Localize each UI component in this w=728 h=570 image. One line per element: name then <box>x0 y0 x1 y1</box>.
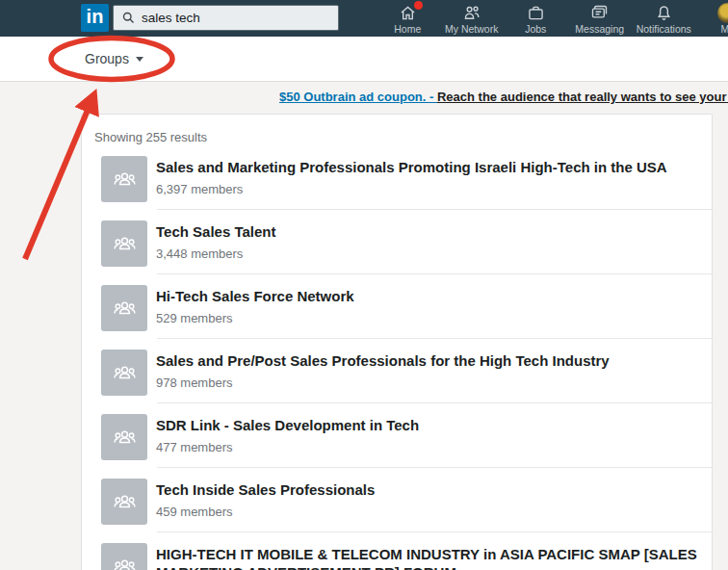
group-tile[interactable] <box>101 414 147 460</box>
group-result-row[interactable]: Sales and Pre/Post Sales Professionals f… <box>82 339 712 403</box>
nav-item-notifications[interactable]: Notifications <box>632 0 696 37</box>
group-result-row[interactable]: HIGH-TECH IT MOBILE & TELECOM INDUSTRY i… <box>82 532 712 570</box>
groups-filter-dropdown[interactable]: Groups <box>85 51 143 66</box>
group-info: Tech Sales Talent 3,448 members <box>156 220 276 261</box>
group-tile[interactable] <box>101 285 147 331</box>
people-icon <box>461 3 482 22</box>
ad-banner: $50 Outbrain ad coupon. - Reach the audi… <box>0 83 728 114</box>
group-info: Hi-Tech Sales Force Network 529 members <box>156 285 354 325</box>
nav-item-me[interactable]: Me <box>696 0 728 37</box>
group-members: 529 members <box>156 311 354 325</box>
group-tile[interactable] <box>101 220 147 267</box>
group-icon <box>112 425 138 451</box>
group-icon <box>112 167 138 193</box>
group-tile[interactable] <box>101 479 147 525</box>
group-title[interactable]: HIGH-TECH IT MOBILE & TELECOM INDUSTRY i… <box>156 545 698 570</box>
group-info: Sales and Marketing Professionals Promot… <box>156 156 667 196</box>
group-icon <box>112 231 138 257</box>
nav-label: Messaging <box>575 23 624 35</box>
search-box[interactable] <box>113 5 339 31</box>
group-info: SDR Link - Sales Development in Tech 477… <box>156 414 419 454</box>
linkedin-logo[interactable]: in <box>81 4 109 32</box>
briefcase-icon <box>526 3 546 22</box>
nav-item-home[interactable]: Home <box>376 0 440 37</box>
nav-label: Notifications <box>637 23 691 35</box>
group-members: 978 members <box>156 376 610 390</box>
group-icon <box>112 296 138 322</box>
nav-item-jobs[interactable]: Jobs <box>504 0 568 37</box>
ad-coupon-link[interactable]: $50 Outbrain ad coupon. - <box>279 90 437 104</box>
group-members: 477 members <box>156 440 419 454</box>
group-tile[interactable] <box>101 156 147 202</box>
nav-label: Home <box>394 23 421 35</box>
group-title[interactable]: Hi-Tech Sales Force Network <box>156 287 354 305</box>
group-info: HIGH-TECH IT MOBILE & TELECOM INDUSTRY i… <box>156 543 698 570</box>
group-members: 6,397 members <box>156 182 667 196</box>
group-info: Tech Inside Sales Professionals 459 memb… <box>156 479 375 519</box>
nav-label: Jobs <box>525 23 546 35</box>
nav-label: Me <box>720 23 728 35</box>
groups-dropdown-label: Groups <box>85 51 129 66</box>
avatar <box>717 3 728 22</box>
group-title[interactable]: Sales and Marketing Professionals Promot… <box>156 158 667 176</box>
group-result-row[interactable]: Tech Inside Sales Professionals 459 memb… <box>82 468 712 532</box>
group-members: 3,448 members <box>156 246 276 261</box>
group-result-row[interactable]: SDR Link - Sales Development in Tech 477… <box>82 403 712 468</box>
group-title[interactable]: Sales and Pre/Post Sales Professionals f… <box>156 351 610 370</box>
group-icon <box>112 489 138 515</box>
nav-label: My Network <box>445 23 498 35</box>
results-list: Sales and Marketing Professionals Promot… <box>82 145 712 570</box>
ad-banner-line: $50 Outbrain ad coupon. - Reach the audi… <box>279 90 728 104</box>
chevron-down-icon <box>136 57 143 62</box>
group-title[interactable]: Tech Inside Sales Professionals <box>156 480 375 499</box>
group-result-row[interactable]: Tech Sales Talent 3,448 members <box>82 210 712 274</box>
group-icon <box>112 554 138 570</box>
results-count: Showing 255 results <box>82 115 712 144</box>
search-input[interactable] <box>142 11 338 25</box>
nav-item-messaging[interactable]: Messaging <box>568 0 633 37</box>
group-title[interactable]: Tech Sales Talent <box>156 222 276 241</box>
nav-items: Home My Network Jobs <box>376 0 728 37</box>
bell-icon <box>654 3 674 22</box>
group-title[interactable]: SDR Link - Sales Development in Tech <box>156 416 419 434</box>
group-tile[interactable] <box>101 543 147 570</box>
group-result-row[interactable]: Sales and Marketing Professionals Promot… <box>82 145 712 210</box>
search-results-card: Showing 255 results Sales and Marketing … <box>81 114 713 570</box>
filter-bar: Groups <box>0 37 728 82</box>
annotation-arrow <box>25 108 89 259</box>
top-nav: in Home <box>0 0 728 37</box>
notification-dot <box>414 1 423 10</box>
group-icon <box>112 360 138 386</box>
ad-message-link[interactable]: Reach the audience that really wants to … <box>437 90 728 104</box>
group-tile[interactable] <box>101 350 147 396</box>
chat-icon <box>589 3 610 22</box>
search-icon <box>121 11 136 25</box>
group-info: Sales and Pre/Post Sales Professionals f… <box>156 350 610 390</box>
home-icon <box>398 3 418 22</box>
group-members: 459 members <box>156 505 375 519</box>
nav-item-my-network[interactable]: My Network <box>440 0 505 37</box>
group-result-row[interactable]: Hi-Tech Sales Force Network 529 members <box>82 274 712 339</box>
